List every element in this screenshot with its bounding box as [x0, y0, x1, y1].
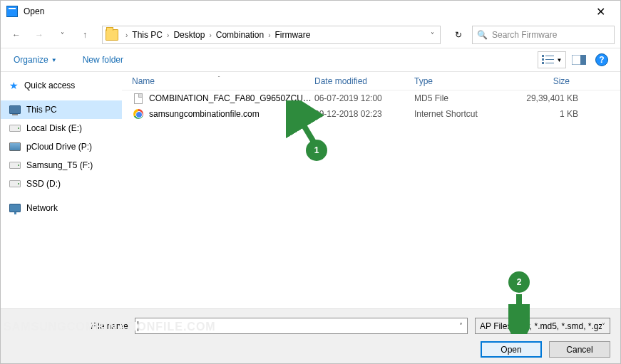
- new-folder-button[interactable]: New folder: [78, 52, 128, 68]
- col-type[interactable]: Type: [410, 76, 503, 86]
- chevron-down-icon[interactable]: ˅: [431, 31, 434, 39]
- col-name[interactable]: ˆ Name: [128, 76, 310, 86]
- pcloud-icon: [9, 142, 21, 151]
- chevron-right-icon: ›: [265, 31, 273, 39]
- file-row[interactable]: COMBINATION_FAC_FA80_G9650ZCU5AS... 06-0…: [122, 90, 620, 106]
- organize-button[interactable]: Organize ▼: [9, 52, 61, 68]
- search-icon: 🔍: [477, 30, 488, 40]
- address-bar[interactable]: › This PC › Desktop › Combination › Firm…: [102, 26, 441, 44]
- network-icon: [9, 204, 21, 212]
- footer: File name: ˅ AP Files(*.tar, *.md5, *.sm…: [1, 308, 620, 364]
- recent-locations-button[interactable]: ˅: [52, 25, 72, 45]
- sidebar-item-label: Samsung_T5 (F:): [26, 160, 93, 170]
- breadcrumb-item[interactable]: Desktop: [173, 30, 205, 40]
- file-list: ˆ Name Date modified Type Size COMBINATI…: [122, 72, 620, 308]
- star-icon: ★: [9, 80, 19, 91]
- filetype-filter[interactable]: AP Files(*.tar, *.md5, *.smd, *.gz) ˅: [475, 318, 610, 334]
- chevron-down-icon: ▼: [557, 57, 563, 63]
- sidebar-item-label: pCloud Drive (P:): [26, 142, 92, 152]
- up-button[interactable]: ↑: [75, 25, 95, 45]
- open-button[interactable]: Open: [481, 341, 542, 358]
- svg-rect-5: [545, 63, 554, 63]
- svg-rect-2: [542, 58, 544, 61]
- pc-icon: [9, 105, 21, 114]
- sidebar-item-label: This PC: [26, 105, 57, 115]
- chevron-down-icon: ▼: [51, 57, 57, 63]
- chevron-down-icon[interactable]: ˅: [455, 322, 467, 330]
- help-icon: ?: [595, 53, 608, 66]
- sidebar-item-localdisk-e[interactable]: Local Disk (E:): [1, 119, 122, 137]
- search-placeholder: Search Firmware: [492, 30, 557, 40]
- file-size: 1 KB: [507, 109, 578, 119]
- cancel-button[interactable]: Cancel: [549, 341, 610, 358]
- svg-rect-0: [542, 55, 544, 57]
- back-button[interactable]: ←: [6, 25, 26, 45]
- refresh-button[interactable]: ↻: [448, 26, 469, 44]
- details-view-icon: [542, 55, 555, 65]
- sidebar-item-network[interactable]: Network: [1, 199, 122, 217]
- filename-input[interactable]: ˅: [135, 318, 468, 334]
- filename-label: File name:: [11, 321, 135, 331]
- drive-icon: [9, 162, 21, 169]
- sidebar-item-pcloud[interactable]: pCloud Drive (P:): [1, 137, 122, 156]
- file-size: 29,39,401 KB: [507, 93, 578, 103]
- titlebar: Open ✕: [1, 1, 620, 22]
- sidebar: ★ Quick access This PC Local Disk (E:) p…: [1, 72, 122, 308]
- sidebar-item-label: Quick access: [24, 80, 75, 90]
- toolbar: Organize ▼ New folder ▼ ?: [1, 48, 620, 72]
- app-icon: [6, 6, 18, 17]
- chevron-right-icon: ›: [123, 31, 130, 39]
- drive-icon: [9, 125, 21, 132]
- sidebar-item-quickaccess[interactable]: ★ Quick access: [1, 76, 122, 95]
- col-size[interactable]: Size: [503, 76, 574, 86]
- breadcrumb-item[interactable]: This PC: [132, 30, 163, 40]
- breadcrumb: › This PC › Desktop › Combination › Firm…: [123, 30, 310, 40]
- file-date: 06-07-2019 12:00: [314, 93, 414, 103]
- cancel-label: Cancel: [566, 345, 592, 355]
- file-name: COMBINATION_FAC_FA80_G9650ZCU5AS...: [149, 93, 314, 103]
- col-date-label: Date modified: [314, 76, 367, 86]
- svg-rect-7: [580, 55, 586, 65]
- sort-asc-icon: ˆ: [218, 75, 220, 81]
- svg-rect-1: [545, 56, 554, 56]
- view-options-button[interactable]: ▼: [538, 51, 566, 68]
- folder-icon: [106, 29, 118, 41]
- sidebar-item-thispc[interactable]: This PC: [1, 100, 122, 119]
- preview-pane-button[interactable]: [569, 51, 589, 68]
- forward-button[interactable]: →: [29, 25, 49, 45]
- newfolder-label: New folder: [83, 55, 123, 65]
- navbar: ← → ˅ ↑ › This PC › Desktop › Combinatio…: [1, 22, 620, 48]
- search-input[interactable]: 🔍 Search Firmware: [472, 26, 615, 44]
- open-label: Open: [501, 345, 521, 355]
- sidebar-item-samsungt5[interactable]: Samsung_T5 (F:): [1, 156, 122, 175]
- close-button[interactable]: ✕: [586, 5, 615, 19]
- sidebar-item-label: Local Disk (E:): [26, 123, 82, 133]
- body: ★ Quick access This PC Local Disk (E:) p…: [1, 72, 620, 308]
- sidebar-item-label: SSD (D:): [26, 179, 61, 189]
- drive-icon: [9, 180, 21, 187]
- file-type: MD5 File: [414, 93, 507, 103]
- filter-text: AP Files(*.tar, *.md5, *.smd, *.gz): [480, 321, 602, 331]
- file-date: 29-12-2018 02:23: [314, 109, 414, 119]
- sidebar-item-label: Network: [26, 203, 58, 213]
- svg-rect-3: [545, 59, 554, 60]
- file-name: samsungcombinationfile.com: [149, 109, 314, 119]
- column-headers: ˆ Name Date modified Type Size: [122, 72, 620, 90]
- col-name-label: Name: [132, 76, 155, 86]
- chrome-shortcut-icon: [132, 108, 145, 120]
- help-button[interactable]: ?: [592, 51, 612, 68]
- col-size-label: Size: [553, 76, 570, 86]
- svg-rect-4: [542, 62, 544, 64]
- file-icon: [132, 93, 145, 104]
- chevron-right-icon: ›: [164, 31, 172, 39]
- file-row[interactable]: samsungcombinationfile.com 29-12-2018 02…: [122, 106, 620, 122]
- chevron-right-icon: ›: [206, 31, 214, 39]
- breadcrumb-item[interactable]: Firmware: [274, 30, 310, 40]
- col-type-label: Type: [414, 76, 433, 86]
- breadcrumb-item[interactable]: Combination: [216, 30, 264, 40]
- file-type: Internet Shortcut: [414, 109, 507, 119]
- window-title: Open: [24, 6, 44, 16]
- text-caret: [138, 321, 138, 331]
- sidebar-item-ssd[interactable]: SSD (D:): [1, 175, 122, 193]
- col-date[interactable]: Date modified: [310, 76, 410, 86]
